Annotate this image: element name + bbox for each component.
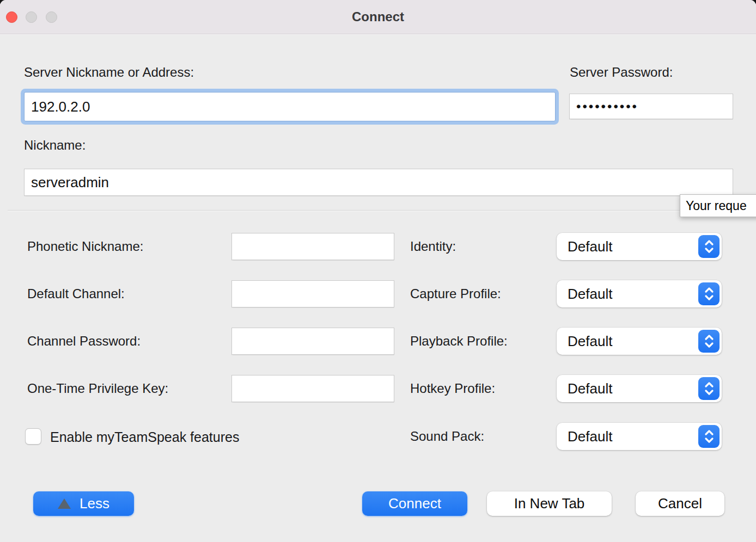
server-password-label: Server Password: — [570, 65, 673, 80]
tooltip: Your reque — [680, 194, 756, 217]
server-password-input[interactable] — [569, 94, 733, 119]
identity-dropdown-value: Default — [568, 233, 612, 260]
chevron-up-down-icon — [698, 282, 720, 305]
capture-profile-dropdown-value: Default — [568, 280, 612, 307]
sound-pack-dropdown[interactable]: Default — [557, 423, 722, 450]
playback-profile-label: Playback Profile: — [410, 328, 508, 355]
phonetic-nickname-input[interactable] — [231, 233, 394, 260]
hotkey-profile-label: Hotkey Profile: — [410, 375, 495, 402]
sound-pack-label: Sound Pack: — [410, 423, 484, 450]
less-button[interactable]: Less — [33, 491, 134, 516]
titlebar: Connect — [0, 0, 756, 34]
cancel-button[interactable]: Cancel — [636, 491, 724, 516]
cancel-button-label: Cancel — [658, 495, 702, 512]
hotkey-profile-dropdown-value: Default — [568, 375, 612, 402]
playback-profile-dropdown[interactable]: Default — [557, 328, 722, 355]
chevron-up-down-icon — [698, 377, 720, 400]
channel-password-label: Channel Password: — [27, 328, 141, 355]
sound-pack-dropdown-value: Default — [568, 423, 612, 450]
hotkey-profile-dropdown[interactable]: Default — [557, 375, 722, 402]
in-new-tab-button[interactable]: In New Tab — [487, 491, 612, 516]
triangle-up-icon — [58, 498, 71, 509]
server-address-label: Server Nickname or Address: — [24, 65, 194, 80]
tooltip-text: Your reque — [686, 199, 747, 213]
separator — [8, 210, 748, 211]
privilege-key-input[interactable] — [231, 375, 394, 402]
nickname-label: Nickname: — [24, 138, 86, 153]
identity-label: Identity: — [410, 233, 456, 260]
identity-dropdown[interactable]: Default — [557, 233, 722, 260]
window-title: Connect — [0, 0, 756, 34]
chevron-up-down-icon — [698, 425, 720, 448]
nickname-input[interactable] — [24, 169, 733, 196]
channel-password-input[interactable] — [231, 328, 394, 355]
phonetic-nickname-label: Phonetic Nickname: — [27, 233, 143, 260]
chevron-up-down-icon — [698, 235, 720, 258]
chevron-up-down-icon — [698, 330, 720, 353]
capture-profile-dropdown[interactable]: Default — [557, 280, 722, 307]
capture-profile-label: Capture Profile: — [410, 280, 501, 307]
playback-profile-dropdown-value: Default — [568, 328, 612, 355]
in-new-tab-button-label: In New Tab — [514, 495, 585, 512]
server-address-input[interactable] — [24, 92, 556, 121]
connect-button-label: Connect — [388, 495, 441, 512]
default-channel-label: Default Channel: — [27, 280, 125, 307]
less-button-label: Less — [80, 495, 109, 512]
myteamspeak-checkbox[interactable] — [25, 428, 41, 445]
connect-dialog: Connect Server Nickname or Address: Serv… — [0, 0, 756, 542]
connect-button[interactable]: Connect — [362, 491, 467, 516]
privilege-key-label: One-Time Privilege Key: — [27, 375, 168, 402]
myteamspeak-checkbox-label: Enable myTeamSpeak features — [50, 429, 239, 445]
default-channel-input[interactable] — [231, 280, 394, 307]
